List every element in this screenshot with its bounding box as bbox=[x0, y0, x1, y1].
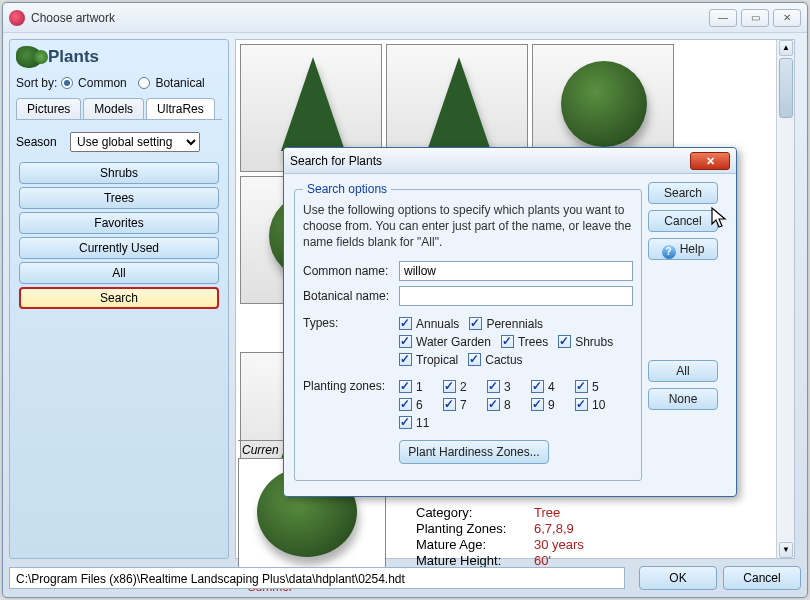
sortby-row: Sort by: Common Botanical bbox=[16, 76, 222, 90]
checkbox-on-icon bbox=[501, 335, 514, 348]
season-select[interactable]: Use global setting bbox=[70, 132, 200, 152]
category-shrubs[interactable]: Shrubs bbox=[19, 162, 219, 184]
sidebar-heading-label: Plants bbox=[48, 47, 99, 67]
checkbox-on-icon bbox=[531, 380, 544, 393]
type-annuals[interactable]: Annuals bbox=[399, 317, 459, 331]
common-name-input[interactable] bbox=[399, 261, 633, 281]
zones-label: Planting zones: bbox=[303, 379, 399, 393]
detail-value: Tree bbox=[534, 505, 560, 520]
zones-group: 1 2 3 4 5 6 7 8 9 10 11 bbox=[399, 378, 633, 432]
season-label: Season bbox=[16, 135, 57, 149]
window-title: Choose artwork bbox=[31, 11, 115, 25]
search-dialog: Search for Plants ✕ Search options Use t… bbox=[283, 147, 737, 497]
zone-10[interactable]: 10 bbox=[575, 398, 619, 412]
category-favorites[interactable]: Favorites bbox=[19, 212, 219, 234]
main-window: Choose artwork — ▭ ✕ Plants Sort by: Com… bbox=[2, 2, 808, 598]
search-options-legend: Search options bbox=[303, 182, 391, 196]
checkbox-on-icon bbox=[531, 398, 544, 411]
help-icon: ? bbox=[662, 245, 676, 259]
none-button[interactable]: None bbox=[648, 388, 718, 410]
types-group: Annuals Perennials Water Garden Trees Sh… bbox=[399, 315, 633, 369]
checkbox-on-icon bbox=[575, 380, 588, 393]
detail-value: 6,7,8,9 bbox=[534, 521, 574, 536]
common-name-label: Common name: bbox=[303, 264, 399, 278]
checkbox-on-icon bbox=[469, 317, 482, 330]
zone-9[interactable]: 9 bbox=[531, 398, 575, 412]
sidebar-heading: Plants bbox=[16, 46, 222, 68]
view-tabs: Pictures Models UltraRes bbox=[16, 98, 222, 119]
search-instructions: Use the following options to specify whi… bbox=[303, 202, 633, 251]
checkbox-on-icon bbox=[399, 335, 412, 348]
tab-pictures[interactable]: Pictures bbox=[16, 98, 81, 119]
scroll-down-icon[interactable]: ▼ bbox=[779, 542, 793, 558]
search-button[interactable]: Search bbox=[648, 182, 718, 204]
checkbox-on-icon bbox=[399, 353, 412, 366]
types-label: Types: bbox=[303, 316, 399, 330]
zone-5[interactable]: 5 bbox=[575, 380, 619, 394]
dialog-close-button[interactable]: ✕ bbox=[690, 152, 730, 170]
checkbox-on-icon bbox=[558, 335, 571, 348]
checkbox-on-icon bbox=[399, 317, 412, 330]
type-perennials[interactable]: Perennials bbox=[469, 317, 543, 331]
dialog-titlebar: Search for Plants ✕ bbox=[284, 148, 736, 174]
category-currently-used[interactable]: Currently Used bbox=[19, 237, 219, 259]
minimize-button[interactable]: — bbox=[709, 9, 737, 27]
zone-3[interactable]: 3 bbox=[487, 380, 531, 394]
checkbox-on-icon bbox=[443, 380, 456, 393]
checkbox-on-icon bbox=[468, 353, 481, 366]
all-button[interactable]: All bbox=[648, 360, 718, 382]
botanical-name-input[interactable] bbox=[399, 286, 633, 306]
zone-2[interactable]: 2 bbox=[443, 380, 487, 394]
cancel-button[interactable]: Cancel bbox=[648, 210, 718, 232]
zone-1[interactable]: 1 bbox=[399, 380, 443, 394]
sort-botanical-radio[interactable]: Botanical bbox=[138, 76, 205, 90]
ok-button[interactable]: OK bbox=[639, 566, 717, 590]
app-icon bbox=[9, 10, 25, 26]
radio-on-icon bbox=[61, 77, 73, 89]
help-button[interactable]: ?Help bbox=[648, 238, 718, 260]
plant-icon bbox=[16, 46, 42, 68]
checkbox-on-icon bbox=[487, 398, 500, 411]
type-water-garden[interactable]: Water Garden bbox=[399, 335, 491, 349]
sortby-label: Sort by: bbox=[16, 76, 57, 90]
hardiness-zones-button[interactable]: Plant Hardiness Zones... bbox=[399, 440, 549, 464]
file-path: C:\Program Files (x86)\Realtime Landscap… bbox=[9, 567, 625, 589]
sort-common-radio[interactable]: Common bbox=[61, 76, 130, 90]
detail-key: Planting Zones: bbox=[416, 521, 534, 536]
maximize-button[interactable]: ▭ bbox=[741, 9, 769, 27]
titlebar: Choose artwork — ▭ ✕ bbox=[3, 3, 807, 33]
type-tropical[interactable]: Tropical bbox=[399, 353, 458, 367]
type-shrubs[interactable]: Shrubs bbox=[558, 335, 613, 349]
botanical-name-label: Botanical name: bbox=[303, 289, 399, 303]
type-trees[interactable]: Trees bbox=[501, 335, 548, 349]
checkbox-on-icon bbox=[487, 380, 500, 393]
checkbox-on-icon bbox=[399, 398, 412, 411]
footer: C:\Program Files (x86)\Realtime Landscap… bbox=[9, 565, 801, 591]
detail-value: 30 years bbox=[534, 537, 584, 552]
zone-8[interactable]: 8 bbox=[487, 398, 531, 412]
close-button[interactable]: ✕ bbox=[773, 9, 801, 27]
scroll-thumb[interactable] bbox=[779, 58, 793, 118]
type-cactus[interactable]: Cactus bbox=[468, 353, 522, 367]
category-all[interactable]: All bbox=[19, 262, 219, 284]
dialog-title: Search for Plants bbox=[290, 154, 382, 168]
checkbox-on-icon bbox=[399, 416, 412, 429]
checkbox-on-icon bbox=[443, 398, 456, 411]
zone-7[interactable]: 7 bbox=[443, 398, 487, 412]
tab-models[interactable]: Models bbox=[83, 98, 144, 119]
sidebar: Plants Sort by: Common Botanical Picture… bbox=[9, 39, 229, 559]
search-options-group: Search options Use the following options… bbox=[294, 182, 642, 481]
scrollbar[interactable]: ▲ ▼ bbox=[776, 40, 794, 558]
footer-cancel-button[interactable]: Cancel bbox=[723, 566, 801, 590]
zone-6[interactable]: 6 bbox=[399, 398, 443, 412]
category-search[interactable]: Search bbox=[19, 287, 219, 309]
checkbox-on-icon bbox=[575, 398, 588, 411]
scroll-up-icon[interactable]: ▲ bbox=[779, 40, 793, 56]
tab-ultrares[interactable]: UltraRes bbox=[146, 98, 215, 119]
zone-4[interactable]: 4 bbox=[531, 380, 575, 394]
checkbox-on-icon bbox=[399, 380, 412, 393]
detail-key: Mature Age: bbox=[416, 537, 534, 552]
category-trees[interactable]: Trees bbox=[19, 187, 219, 209]
zone-11[interactable]: 11 bbox=[399, 416, 443, 430]
detail-key: Category: bbox=[416, 505, 534, 520]
